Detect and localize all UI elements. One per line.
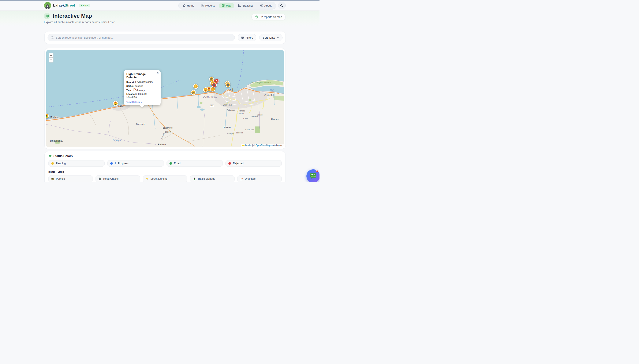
document-icon [201, 4, 204, 7]
status-legend-pending: Pending [48, 160, 105, 166]
nav-item-reports[interactable]: Reports [198, 3, 218, 8]
pothole-icon [51, 178, 54, 180]
notification-badge [316, 170, 318, 172]
road-icon [227, 84, 229, 86]
traffic-light-icon [193, 178, 196, 180]
nav-item-map[interactable]: Map [219, 3, 234, 8]
issue-types-heading: Issue Types [48, 170, 282, 173]
live-badge: LIVE [79, 4, 90, 8]
layers-icon [48, 154, 52, 158]
search-icon [51, 36, 54, 39]
info-icon [260, 4, 263, 7]
page-title: Interactive Map [53, 13, 92, 19]
pothole-icon [210, 78, 213, 81]
filters-button[interactable]: Filters [238, 34, 256, 42]
popup-close-icon[interactable]: × [157, 71, 159, 74]
chevron-down-icon [277, 36, 279, 39]
popup-report-row: Report: LS-260215-0025 [126, 81, 158, 84]
status-legend-row: PendingIn ProgressFixedRejected [48, 160, 282, 166]
status-dot [51, 162, 54, 165]
page-header: Interactive Map Explore all public infra… [0, 10, 320, 26]
status-legend-fixed: Fixed [167, 160, 223, 166]
popup-title: High Drainage Detected [126, 72, 158, 79]
traffic-light-icon [46, 115, 48, 118]
osm-link[interactable]: OpenStreetMap [255, 144, 270, 146]
map-marker-unknown-pending[interactable]: ? [203, 88, 208, 92]
status-dot [228, 162, 231, 165]
reports-count-label: 32 reports on map [260, 16, 282, 18]
road-icon [213, 84, 216, 86]
sort-dropdown[interactable]: Sort: Date [259, 34, 282, 42]
issue-legend-road-cracks: Road Cracks [96, 176, 140, 182]
page-subtitle: Explore all public infrastructure report… [44, 20, 115, 24]
status-legend-in-progress: In Progress [107, 160, 164, 166]
issue-legend-traffic-signage: Traffic Signage [190, 176, 234, 182]
crane-icon [240, 178, 243, 180]
issue-legend-street-lighting: Street Lighting [143, 176, 187, 182]
search-toolbar: Filters Sort: Date [44, 31, 286, 44]
map-marker-street-lighting-pending[interactable] [193, 84, 198, 89]
chart-icon [238, 4, 241, 7]
sort-label: Sort: Date [263, 36, 275, 39]
zoom-in-button[interactable]: + [49, 53, 53, 58]
zoom-out-button[interactable]: − [49, 58, 53, 62]
main-nav: HomeReportsMapStatisticsAbout [178, 2, 276, 10]
leaflet-link[interactable]: Leaflet [245, 144, 251, 146]
status-legend-rejected: Rejected [225, 160, 282, 166]
map-icon [222, 4, 225, 7]
filters-label: Filters [245, 36, 253, 39]
map-zoom-control: + − [49, 53, 54, 62]
map-marker-traffic-signage-pending[interactable] [113, 101, 118, 106]
map-marker-traffic-signage-pending[interactable] [46, 114, 49, 118]
status-dot [110, 162, 113, 165]
moon-icon [280, 4, 283, 7]
issue-legend-row: PotholeRoad CracksStreet LightingTraffic… [48, 176, 282, 182]
page: LafaekStreet LIVE HomeReportsMapStatisti… [0, 0, 320, 182]
road-icon [99, 178, 101, 180]
map-badge-icon [44, 13, 50, 19]
map-attribution: Leaflet | © OpenStreetMap contributors [241, 144, 284, 147]
brand[interactable]: LafaekStreet LIVE [44, 2, 90, 9]
bulb-icon [146, 178, 149, 180]
pin-icon [255, 16, 258, 18]
ukraine-flag-icon [242, 145, 244, 146]
chat-assistant-button[interactable] [306, 169, 320, 182]
map-marker-road-cracks-rejected[interactable] [212, 83, 217, 88]
map-popup: × High Drainage Detected Report: LS-2602… [124, 70, 161, 105]
bolt-icon [81, 4, 82, 7]
popup-type-row: Type: drainage [126, 88, 158, 92]
issue-legend-pothole: Pothole [48, 176, 93, 182]
legend-card: Status Colors PendingIn ProgressFixedRej… [44, 151, 286, 182]
page-title-row: Interactive Map [44, 13, 115, 19]
page-header-left: Interactive Map Explore all public infra… [44, 13, 115, 24]
search-box[interactable] [48, 34, 235, 42]
crane-icon [211, 88, 214, 90]
sliders-icon [241, 36, 244, 39]
status-colors-heading: Status Colors [48, 154, 282, 158]
map-marker-road-cracks-pending[interactable] [226, 82, 230, 88]
nav-item-home[interactable]: Home [180, 3, 197, 8]
home-icon [183, 4, 186, 7]
nav-item-statistics[interactable]: Statistics [235, 3, 256, 8]
navbar: LafaekStreet LIVE HomeReportsMapStatisti… [0, 1, 320, 10]
crane-icon [133, 88, 136, 91]
brand-logo-icon [44, 2, 51, 9]
view-details-link[interactable]: View Details → [126, 101, 143, 103]
crocodile-mascot-icon [309, 172, 317, 180]
search-input[interactable] [56, 36, 232, 39]
status-dot [169, 162, 172, 165]
pothole-icon [192, 91, 195, 94]
theme-toggle-button[interactable] [278, 2, 286, 9]
popup-status-row: Status: pending [126, 84, 158, 88]
map-marker-pothole-pending[interactable] [191, 90, 196, 95]
brand-name: LafaekStreet [53, 4, 75, 8]
issue-legend-drainage: Drainage [237, 176, 282, 182]
reports-count-badge: 32 reports on map [251, 14, 286, 20]
map-card: MaubaraLikisáLauhataBazarteteBazarteteLi… [44, 48, 286, 149]
popup-location-row: Location: -8.56989, 125.38203 [126, 92, 158, 99]
map-markers-layer: ?? [46, 50, 284, 147]
traffic-light-icon [114, 102, 117, 105]
bulb-icon [194, 85, 197, 88]
interactive-map[interactable]: MaubaraLikisáLauhataBazarteteBazarteteLi… [46, 50, 284, 147]
nav-item-about[interactable]: About [257, 3, 274, 8]
